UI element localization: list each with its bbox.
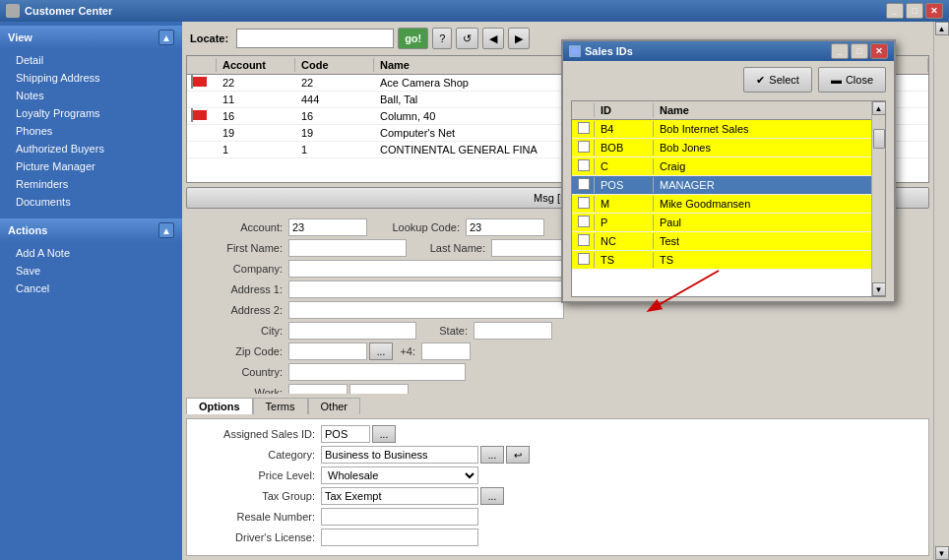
- back-button[interactable]: ◀: [482, 28, 504, 49]
- row-checkbox[interactable]: [578, 197, 590, 209]
- scroll-up-btn[interactable]: ▲: [872, 101, 886, 115]
- view-collapse-btn[interactable]: ▲: [158, 30, 174, 45]
- help-button[interactable]: ?: [432, 28, 452, 49]
- account-label: Account:: [190, 221, 288, 233]
- firstname-input[interactable]: [288, 239, 407, 257]
- tab-other[interactable]: Other: [308, 398, 361, 414]
- account-cell: 1: [217, 142, 295, 157]
- category-input[interactable]: [321, 446, 478, 464]
- sidebar-item-cancel[interactable]: Cancel: [0, 280, 182, 297]
- list-item[interactable]: NC Test: [572, 232, 871, 251]
- price-level-row: Price Level: Wholesale: [193, 467, 922, 484]
- zip-plus4-input[interactable]: [421, 342, 471, 360]
- flag-cell: [187, 97, 217, 101]
- code-cell: 444: [295, 92, 374, 107]
- close-icon: ▬: [831, 74, 842, 86]
- app-title: Customer Center: [25, 5, 112, 17]
- flag-cell: [187, 75, 217, 91]
- sidebar-item-save[interactable]: Save: [0, 262, 182, 280]
- minimize-button[interactable]: _: [886, 3, 904, 19]
- select-button[interactable]: ✔ Select: [743, 67, 812, 93]
- sidebar-item-add-note[interactable]: Add A Note: [0, 244, 182, 262]
- actions-section-header[interactable]: Actions ▲: [0, 218, 182, 242]
- scroll-up-button[interactable]: ▲: [935, 22, 949, 35]
- sidebar-item-documents[interactable]: Documents: [0, 193, 182, 211]
- sales-id-cell: NC: [594, 233, 653, 249]
- list-item[interactable]: BOB Bob Jones: [572, 139, 871, 157]
- row-checkbox[interactable]: [578, 178, 590, 190]
- forward-button[interactable]: ▶: [508, 28, 530, 49]
- locate-input[interactable]: [236, 29, 394, 48]
- row-checkbox[interactable]: [578, 253, 590, 265]
- locate-label: Locate:: [190, 32, 228, 44]
- flag-cell: [187, 108, 217, 124]
- sidebar-item-notes[interactable]: Notes: [0, 87, 182, 104]
- row-checkbox[interactable]: [578, 216, 590, 227]
- price-level-select[interactable]: Wholesale: [321, 467, 478, 484]
- row-checkbox[interactable]: [578, 141, 590, 153]
- dialog-close-button[interactable]: ✕: [870, 43, 888, 59]
- grid-col-flag-header: [187, 58, 217, 72]
- assigned-sales-ellipsis-button[interactable]: ...: [372, 425, 396, 443]
- zip-ellipsis-button[interactable]: ...: [369, 342, 393, 360]
- maximize-button[interactable]: □: [906, 3, 923, 19]
- city-input[interactable]: [288, 322, 416, 340]
- category-clear-button[interactable]: ↩: [506, 446, 530, 464]
- sidebar-item-detail[interactable]: Detail: [0, 51, 182, 69]
- zip-input[interactable]: [288, 342, 367, 360]
- sidebar-item-picture[interactable]: Picture Manager: [0, 157, 182, 175]
- scroll-down-btn[interactable]: ▼: [872, 282, 886, 296]
- sidebar-item-reminders[interactable]: Reminders: [0, 175, 182, 193]
- sidebar-item-phones[interactable]: Phones: [0, 122, 182, 140]
- list-item[interactable]: C Craig: [572, 157, 871, 176]
- sidebar-item-loyalty[interactable]: Loyalty Programs: [0, 104, 182, 122]
- sales-name-cell: Craig: [653, 158, 871, 174]
- list-item[interactable]: P Paul: [572, 214, 871, 232]
- row-checkbox[interactable]: [578, 234, 590, 246]
- sales-id-cell: BOB: [594, 140, 653, 156]
- tab-terms[interactable]: Terms: [253, 398, 308, 414]
- list-item[interactable]: M Mike Goodmansen: [572, 195, 871, 214]
- go-button[interactable]: go!: [398, 28, 428, 49]
- tab-options[interactable]: Options: [186, 398, 253, 414]
- firstname-label: First Name:: [190, 242, 288, 254]
- assigned-sales-input[interactable]: [321, 425, 370, 443]
- close-dialog-button[interactable]: ▬ Close: [818, 67, 886, 93]
- sidebar-item-shipping-address[interactable]: Shipping Address: [0, 69, 182, 87]
- resale-input[interactable]: [321, 508, 478, 526]
- account-input[interactable]: [288, 218, 367, 236]
- country-input[interactable]: [288, 363, 466, 381]
- scroll-down-button[interactable]: ▼: [935, 546, 949, 560]
- list-item[interactable]: TS TS: [572, 251, 871, 270]
- address2-input[interactable]: [288, 301, 564, 319]
- tax-group-ellipsis-button[interactable]: ...: [480, 487, 504, 505]
- actions-collapse-btn[interactable]: ▲: [158, 222, 174, 238]
- row-checkbox[interactable]: [578, 159, 590, 171]
- address1-input[interactable]: [288, 280, 564, 298]
- view-section-header[interactable]: View ▲: [0, 26, 182, 49]
- dialog-minimize-button[interactable]: _: [831, 43, 849, 59]
- code-cell: 16: [295, 108, 374, 124]
- category-ellipsis-button[interactable]: ...: [480, 446, 504, 464]
- sales-id-cell: POS: [594, 177, 653, 193]
- drivers-license-input[interactable]: [321, 529, 478, 546]
- state-input[interactable]: [474, 322, 552, 340]
- sales-name-cell: MANAGER: [653, 177, 871, 193]
- company-input[interactable]: [288, 260, 564, 278]
- sidebar-item-authorized[interactable]: Authorized Buyers: [0, 140, 182, 157]
- svg-point-0: [571, 47, 579, 55]
- close-button[interactable]: ✕: [925, 3, 943, 19]
- dialog-maximize-button[interactable]: □: [851, 43, 868, 59]
- code-cell: 1: [295, 142, 374, 157]
- list-item[interactable]: POS MANAGER: [572, 176, 871, 195]
- lookup-label: Lookup Code:: [377, 221, 466, 233]
- lookup-input[interactable]: [466, 218, 544, 236]
- sales-id-cell: M: [594, 196, 653, 212]
- sales-grid-scrollbar[interactable]: ▲ ▼: [871, 101, 885, 296]
- row-checkbox[interactable]: [578, 122, 590, 134]
- tax-group-input[interactable]: [321, 487, 478, 505]
- list-item[interactable]: B4 Bob Internet Sales: [572, 120, 871, 139]
- refresh-button[interactable]: ↺: [456, 28, 478, 49]
- scrollbar-thumb[interactable]: [873, 129, 885, 149]
- zip-plus4-label: +4:: [397, 345, 421, 357]
